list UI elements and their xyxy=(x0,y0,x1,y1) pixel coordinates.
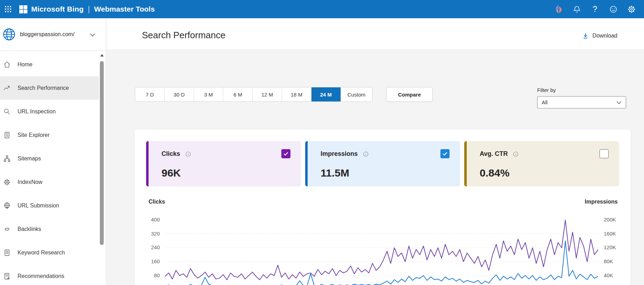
sidebar-item-recommendations[interactable]: Recommendations xyxy=(0,264,99,285)
sidebar-item-label: Site Explorer xyxy=(18,132,50,138)
card-value: 11.5M xyxy=(321,167,349,179)
feedback-button[interactable] xyxy=(605,1,621,17)
card-accent-bar xyxy=(464,141,467,186)
doc-list-icon xyxy=(3,249,11,257)
sidebar-scrollbar[interactable] xyxy=(100,53,104,285)
copilot-button[interactable] xyxy=(551,1,566,17)
range-tab-7d[interactable]: 7 D xyxy=(135,87,165,101)
copilot-icon xyxy=(554,5,563,14)
metric-checkbox-checked[interactable] xyxy=(440,149,450,158)
doc-alert-icon xyxy=(3,272,11,280)
sidebar-item-url-inspection[interactable]: URL Inspection xyxy=(0,100,99,123)
y-tick-left: 320 xyxy=(139,230,160,237)
filter-group: Filter by All xyxy=(537,87,626,108)
metric-card-impressions: Impressions11.5M xyxy=(305,141,460,186)
trend-icon xyxy=(3,84,11,92)
brand-name: Microsoft Bing xyxy=(31,5,84,13)
metric-cards: Clicks96KImpressions11.5MAvg. CTR0.84% xyxy=(146,141,619,186)
content-area: 7 D30 D3 M6 M12 M18 M24 MCustom Compare … xyxy=(107,49,644,285)
sidebar-item-label: Search Performance xyxy=(18,85,69,91)
scrollbar-thumb[interactable] xyxy=(100,61,104,245)
metric-checkbox-checked[interactable] xyxy=(281,149,290,158)
site-selector[interactable]: bloggerspassion.com/ xyxy=(0,18,106,51)
metric-card-clicks: Clicks96K xyxy=(146,141,301,186)
metrics-panel: Clicks96KImpressions11.5MAvg. CTR0.84% C… xyxy=(135,130,631,285)
y-tick-left: 240 xyxy=(139,244,160,251)
download-label: Download xyxy=(592,33,617,39)
settings-button[interactable] xyxy=(624,1,639,17)
info-icon[interactable] xyxy=(185,151,191,157)
info-icon[interactable] xyxy=(513,151,519,157)
sidebar-nav: HomeSearch PerformanceURL InspectionSite… xyxy=(0,53,106,285)
sidebar-item-label: Recommendations xyxy=(18,273,64,279)
main-area: Search Performance Download 7 D30 D3 M6 … xyxy=(107,18,644,285)
download-icon xyxy=(582,32,589,39)
microsoft-logo-icon xyxy=(19,5,28,14)
card-accent-bar xyxy=(305,141,308,186)
home-icon xyxy=(3,61,11,68)
filter-dropdown[interactable]: All xyxy=(537,96,626,108)
checkmark-icon xyxy=(283,151,289,157)
bell-icon xyxy=(573,5,581,14)
metric-card-avg-ctr: Avg. CTR0.84% xyxy=(464,141,619,186)
range-tab-6m[interactable]: 6 M xyxy=(223,87,253,101)
sidebar-item-site-explorer[interactable]: Site Explorer xyxy=(0,123,99,147)
filter-value: All xyxy=(542,99,548,105)
range-tab-24m[interactable]: 24 M xyxy=(311,87,341,101)
right-axis-title: Impressions xyxy=(585,199,618,205)
sidebar-item-label: Keyword Research xyxy=(18,250,65,256)
date-range-tabs: 7 D30 D3 M6 M12 M18 M24 MCustom xyxy=(135,87,372,102)
range-tab-3m[interactable]: 3 M xyxy=(194,87,224,101)
links-icon xyxy=(3,225,11,233)
range-tab-18m[interactable]: 18 M xyxy=(282,87,311,101)
sidebar-item-url-submission[interactable]: URL Submission xyxy=(0,194,99,217)
sidebar-item-keyword-research[interactable]: Keyword Research xyxy=(0,241,99,264)
info-icon[interactable] xyxy=(363,151,369,157)
metric-checkbox-unchecked[interactable] xyxy=(600,149,609,158)
topbar-actions: ? xyxy=(551,0,639,18)
y-tick-right: 160K xyxy=(604,230,628,237)
checkmark-icon xyxy=(442,151,448,157)
help-button[interactable]: ? xyxy=(587,1,603,17)
card-title: Clicks xyxy=(162,150,180,158)
waffle-icon xyxy=(4,5,12,13)
sidebar-item-label: Backlinks xyxy=(18,226,41,232)
sidebar-item-home[interactable]: Home xyxy=(0,53,99,76)
sidebar-item-backlinks[interactable]: Backlinks xyxy=(0,217,99,241)
y-tick-right: 80K xyxy=(604,258,628,265)
card-title: Impressions xyxy=(321,150,358,158)
sidebar-item-label: Sitemaps xyxy=(18,155,41,162)
series-clicks-line xyxy=(165,220,598,280)
globe-icon xyxy=(2,27,16,42)
y-tick-right: 120K xyxy=(604,244,628,251)
y-tick-left: 400 xyxy=(139,216,160,223)
smiley-icon xyxy=(609,5,618,14)
range-tab-custom[interactable]: Custom xyxy=(341,87,372,101)
card-accent-bar xyxy=(146,141,149,186)
sitemap-icon xyxy=(3,155,11,163)
line-chart xyxy=(165,220,598,285)
y-tick-right: 40K xyxy=(604,272,628,279)
left-axis-title: Clicks xyxy=(149,199,165,205)
card-title: Avg. CTR xyxy=(480,150,508,158)
indexnow-icon xyxy=(3,178,11,186)
app-launcher-waffle-icon[interactable] xyxy=(0,0,16,18)
product-name: Webmaster Tools xyxy=(94,5,155,13)
scrollbar-up-arrow-icon[interactable] xyxy=(100,54,104,57)
notifications-button[interactable] xyxy=(569,1,584,17)
compare-button[interactable]: Compare xyxy=(386,87,433,102)
sidebar-item-indexnow[interactable]: IndexNow xyxy=(0,170,99,194)
y-tick-left: 80 xyxy=(139,272,160,279)
site-name: bloggerspassion.com/ xyxy=(20,31,75,38)
question-mark-icon: ? xyxy=(593,5,597,14)
range-tab-30d[interactable]: 30 D xyxy=(165,87,194,101)
sidebar-item-label: URL Submission xyxy=(18,203,59,209)
chevron-down-icon xyxy=(616,101,622,105)
sidebar-item-search-performance[interactable]: Search Performance xyxy=(0,76,99,100)
card-value: 0.84% xyxy=(480,167,509,179)
sidebar-item-sitemaps[interactable]: Sitemaps xyxy=(0,147,99,170)
download-button[interactable]: Download xyxy=(582,32,617,39)
sidebar-item-label: Home xyxy=(18,61,33,68)
sidebar-item-label: IndexNow xyxy=(18,179,42,185)
range-tab-12m[interactable]: 12 M xyxy=(253,87,282,101)
